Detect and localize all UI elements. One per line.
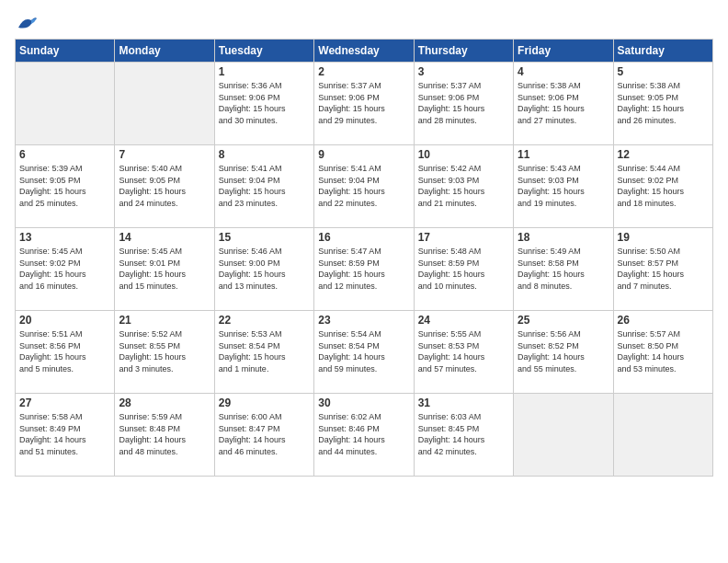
calendar-cell: 14Sunrise: 5:45 AM Sunset: 9:01 PM Dayli… xyxy=(115,228,214,311)
calendar-cell: 7Sunrise: 5:40 AM Sunset: 9:05 PM Daylig… xyxy=(115,145,214,228)
day-info: Sunrise: 5:43 AM Sunset: 9:03 PM Dayligh… xyxy=(518,163,609,209)
calendar-cell: 3Sunrise: 5:37 AM Sunset: 9:06 PM Daylig… xyxy=(414,63,513,145)
calendar-cell: 6Sunrise: 5:39 AM Sunset: 9:05 PM Daylig… xyxy=(16,145,115,228)
calendar-cell: 28Sunrise: 5:59 AM Sunset: 8:48 PM Dayli… xyxy=(115,394,214,477)
day-info: Sunrise: 5:44 AM Sunset: 9:02 PM Dayligh… xyxy=(618,163,709,209)
day-number: 12 xyxy=(618,148,709,161)
day-info: Sunrise: 5:37 AM Sunset: 9:06 PM Dayligh… xyxy=(318,80,409,126)
calendar-cell: 9Sunrise: 5:41 AM Sunset: 9:04 PM Daylig… xyxy=(314,145,414,228)
calendar-cell: 27Sunrise: 5:58 AM Sunset: 8:49 PM Dayli… xyxy=(16,394,115,477)
day-number: 16 xyxy=(318,231,409,244)
calendar-week-2: 6Sunrise: 5:39 AM Sunset: 9:05 PM Daylig… xyxy=(16,145,713,228)
calendar-week-4: 20Sunrise: 5:51 AM Sunset: 8:56 PM Dayli… xyxy=(16,311,713,394)
calendar-cell xyxy=(514,394,613,477)
day-info: Sunrise: 5:46 AM Sunset: 9:00 PM Dayligh… xyxy=(219,246,310,292)
day-number: 29 xyxy=(219,396,310,409)
day-number: 4 xyxy=(518,65,609,78)
day-info: Sunrise: 5:51 AM Sunset: 8:56 PM Dayligh… xyxy=(19,328,110,374)
calendar-week-5: 27Sunrise: 5:58 AM Sunset: 8:49 PM Dayli… xyxy=(16,394,713,477)
day-info: Sunrise: 5:39 AM Sunset: 9:05 PM Dayligh… xyxy=(19,163,110,209)
calendar-cell: 17Sunrise: 5:48 AM Sunset: 8:59 PM Dayli… xyxy=(414,228,513,311)
day-number: 22 xyxy=(219,314,310,327)
day-info: Sunrise: 5:54 AM Sunset: 8:54 PM Dayligh… xyxy=(318,328,409,374)
day-number: 9 xyxy=(318,148,409,161)
day-number: 31 xyxy=(418,396,509,409)
logo xyxy=(15,15,39,31)
day-info: Sunrise: 6:03 AM Sunset: 8:45 PM Dayligh… xyxy=(418,411,509,457)
day-number: 7 xyxy=(119,148,210,161)
calendar-cell: 12Sunrise: 5:44 AM Sunset: 9:02 PM Dayli… xyxy=(613,145,712,228)
calendar-table: SundayMondayTuesdayWednesdayThursdayFrid… xyxy=(15,39,713,477)
day-info: Sunrise: 5:36 AM Sunset: 9:06 PM Dayligh… xyxy=(219,80,310,126)
day-info: Sunrise: 6:00 AM Sunset: 8:47 PM Dayligh… xyxy=(219,411,310,457)
day-info: Sunrise: 5:50 AM Sunset: 8:57 PM Dayligh… xyxy=(618,246,709,292)
calendar-cell: 20Sunrise: 5:51 AM Sunset: 8:56 PM Dayli… xyxy=(16,311,115,394)
calendar-cell xyxy=(115,63,214,145)
day-number: 21 xyxy=(119,314,210,327)
day-info: Sunrise: 5:42 AM Sunset: 9:03 PM Dayligh… xyxy=(418,163,509,209)
day-info: Sunrise: 5:57 AM Sunset: 8:50 PM Dayligh… xyxy=(618,328,709,374)
calendar-header-saturday: Saturday xyxy=(613,40,712,63)
calendar-cell: 18Sunrise: 5:49 AM Sunset: 8:58 PM Dayli… xyxy=(514,228,613,311)
calendar-cell: 24Sunrise: 5:55 AM Sunset: 8:53 PM Dayli… xyxy=(414,311,513,394)
day-number: 15 xyxy=(219,231,310,244)
day-info: Sunrise: 5:55 AM Sunset: 8:53 PM Dayligh… xyxy=(418,328,509,374)
calendar-header-monday: Monday xyxy=(115,40,214,63)
day-number: 8 xyxy=(219,148,310,161)
page-header xyxy=(15,15,713,31)
day-info: Sunrise: 5:38 AM Sunset: 9:06 PM Dayligh… xyxy=(518,80,609,126)
calendar-cell: 2Sunrise: 5:37 AM Sunset: 9:06 PM Daylig… xyxy=(314,63,414,145)
day-info: Sunrise: 5:37 AM Sunset: 9:06 PM Dayligh… xyxy=(418,80,509,126)
day-number: 11 xyxy=(518,148,609,161)
day-info: Sunrise: 5:41 AM Sunset: 9:04 PM Dayligh… xyxy=(219,163,310,209)
calendar-cell: 1Sunrise: 5:36 AM Sunset: 9:06 PM Daylig… xyxy=(214,63,313,145)
calendar-header-wednesday: Wednesday xyxy=(314,40,414,63)
calendar-cell: 19Sunrise: 5:50 AM Sunset: 8:57 PM Dayli… xyxy=(613,228,712,311)
calendar-cell: 10Sunrise: 5:42 AM Sunset: 9:03 PM Dayli… xyxy=(414,145,513,228)
calendar-cell: 25Sunrise: 5:56 AM Sunset: 8:52 PM Dayli… xyxy=(514,311,613,394)
calendar-header-sunday: Sunday xyxy=(16,40,115,63)
day-info: Sunrise: 5:41 AM Sunset: 9:04 PM Dayligh… xyxy=(318,163,409,209)
day-number: 24 xyxy=(418,314,509,327)
day-info: Sunrise: 5:56 AM Sunset: 8:52 PM Dayligh… xyxy=(518,328,609,374)
day-info: Sunrise: 5:53 AM Sunset: 8:54 PM Dayligh… xyxy=(219,328,310,374)
day-number: 25 xyxy=(518,314,609,327)
calendar-header-friday: Friday xyxy=(514,40,613,63)
calendar-header-thursday: Thursday xyxy=(414,40,513,63)
calendar-header-tuesday: Tuesday xyxy=(214,40,313,63)
day-info: Sunrise: 5:58 AM Sunset: 8:49 PM Dayligh… xyxy=(19,411,110,457)
day-info: Sunrise: 5:52 AM Sunset: 8:55 PM Dayligh… xyxy=(119,328,210,374)
day-number: 23 xyxy=(318,314,409,327)
calendar-cell xyxy=(16,63,115,145)
calendar-cell: 31Sunrise: 6:03 AM Sunset: 8:45 PM Dayli… xyxy=(414,394,513,477)
day-number: 3 xyxy=(418,65,509,78)
day-number: 10 xyxy=(418,148,509,161)
day-info: Sunrise: 5:38 AM Sunset: 9:05 PM Dayligh… xyxy=(618,80,709,126)
calendar-cell: 26Sunrise: 5:57 AM Sunset: 8:50 PM Dayli… xyxy=(613,311,712,394)
day-number: 27 xyxy=(19,396,110,409)
day-info: Sunrise: 6:02 AM Sunset: 8:46 PM Dayligh… xyxy=(318,411,409,457)
day-number: 30 xyxy=(318,396,409,409)
day-number: 20 xyxy=(19,314,110,327)
calendar-week-3: 13Sunrise: 5:45 AM Sunset: 9:02 PM Dayli… xyxy=(16,228,713,311)
day-number: 6 xyxy=(19,148,110,161)
calendar-cell: 16Sunrise: 5:47 AM Sunset: 8:59 PM Dayli… xyxy=(314,228,414,311)
day-number: 19 xyxy=(618,231,709,244)
day-info: Sunrise: 5:45 AM Sunset: 9:02 PM Dayligh… xyxy=(19,246,110,292)
day-number: 28 xyxy=(119,396,210,409)
calendar-cell: 4Sunrise: 5:38 AM Sunset: 9:06 PM Daylig… xyxy=(514,63,613,145)
calendar-cell: 22Sunrise: 5:53 AM Sunset: 8:54 PM Dayli… xyxy=(214,311,313,394)
calendar-cell: 21Sunrise: 5:52 AM Sunset: 8:55 PM Dayli… xyxy=(115,311,214,394)
day-number: 1 xyxy=(219,65,310,78)
day-number: 14 xyxy=(119,231,210,244)
day-info: Sunrise: 5:48 AM Sunset: 8:59 PM Dayligh… xyxy=(418,246,509,292)
day-info: Sunrise: 5:47 AM Sunset: 8:59 PM Dayligh… xyxy=(318,246,409,292)
day-number: 18 xyxy=(518,231,609,244)
day-info: Sunrise: 5:59 AM Sunset: 8:48 PM Dayligh… xyxy=(119,411,210,457)
calendar-cell: 8Sunrise: 5:41 AM Sunset: 9:04 PM Daylig… xyxy=(214,145,313,228)
calendar-header-row: SundayMondayTuesdayWednesdayThursdayFrid… xyxy=(16,40,713,63)
calendar-cell: 5Sunrise: 5:38 AM Sunset: 9:05 PM Daylig… xyxy=(613,63,712,145)
day-number: 17 xyxy=(418,231,509,244)
day-number: 2 xyxy=(318,65,409,78)
day-info: Sunrise: 5:49 AM Sunset: 8:58 PM Dayligh… xyxy=(518,246,609,292)
